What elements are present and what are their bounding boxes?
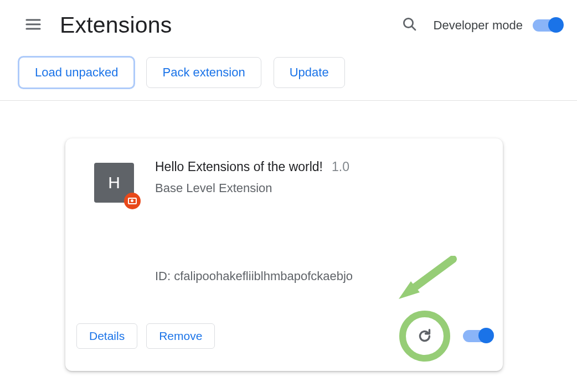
pack-extension-button[interactable]: Pack extension: [146, 57, 261, 88]
search-icon[interactable]: [401, 16, 418, 35]
extension-card: H Hello Extensions of the world! 1.0 Bas…: [65, 138, 503, 371]
extension-name: Hello Extensions of the world!: [155, 159, 323, 174]
extension-description: Base Level Extension: [155, 181, 349, 195]
svg-marker-2: [399, 281, 420, 299]
extension-id: ID: cfalipoohakefliiblhmbapofckaebjo: [155, 269, 485, 283]
details-button[interactable]: Details: [76, 323, 137, 349]
reload-extension-button[interactable]: [415, 326, 435, 346]
update-button[interactable]: Update: [274, 57, 345, 88]
hamburger-menu-icon[interactable]: [24, 16, 42, 35]
extension-enabled-toggle[interactable]: [463, 330, 492, 342]
developer-mode-label: Developer mode: [434, 18, 523, 33]
reload-icon: [415, 327, 434, 345]
developer-mode-toggle[interactable]: [533, 19, 561, 32]
load-unpacked-button[interactable]: Load unpacked: [19, 57, 134, 88]
unpacked-badge-icon: [124, 193, 141, 209]
remove-button[interactable]: Remove: [146, 323, 215, 349]
extension-icon: H: [94, 163, 134, 203]
developer-toolbar: Load unpacked Pack extension Update: [0, 38, 577, 101]
page-title: Extensions: [60, 12, 172, 38]
extension-version: 1.0: [332, 159, 349, 174]
